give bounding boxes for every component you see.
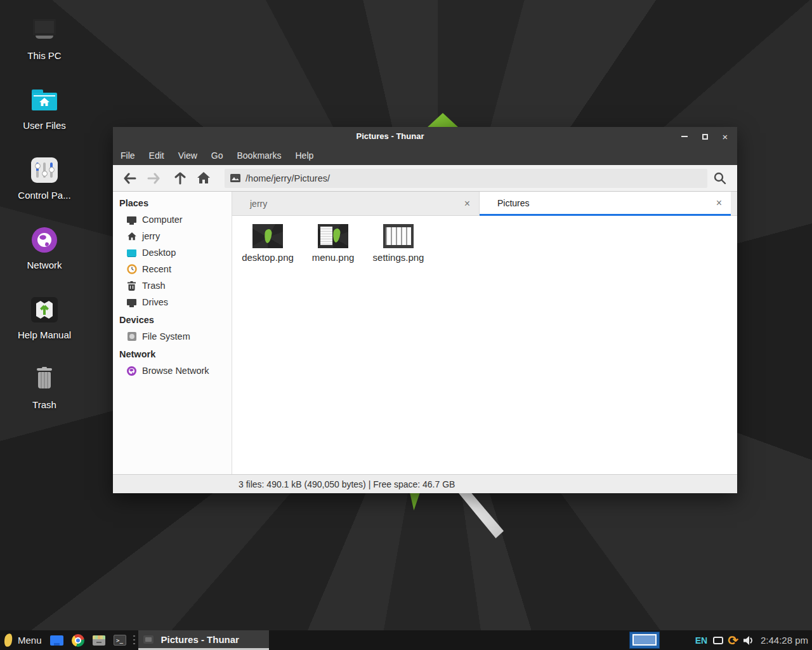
sidebar-header-devices: Devices bbox=[113, 312, 232, 328]
sidebar-item-drives[interactable]: Drives bbox=[113, 294, 232, 310]
desktop-icon-label: Control Pa... bbox=[0, 190, 89, 201]
desktop-icon bbox=[126, 248, 137, 258]
path-text: /home/jerry/Pictures/ bbox=[246, 173, 330, 183]
terminal-icon[interactable]: >_ bbox=[114, 635, 126, 646]
toolbar: /home/jerry/Pictures/ bbox=[113, 165, 737, 192]
this-pc-icon bbox=[30, 18, 58, 43]
menu-button-label: Menu bbox=[18, 635, 42, 646]
desktop-icon-network[interactable]: Network bbox=[0, 227, 89, 270]
view-pane: jerry × Pictures × desktop.png bbox=[232, 192, 737, 474]
display-tray-icon[interactable] bbox=[713, 637, 723, 644]
menu-view[interactable]: View bbox=[171, 146, 204, 165]
map-arrow-icon bbox=[31, 297, 58, 322]
chrome-icon[interactable] bbox=[72, 634, 84, 647]
minimize-button[interactable] bbox=[679, 131, 690, 142]
home-icon bbox=[126, 231, 137, 242]
back-button[interactable] bbox=[118, 168, 142, 189]
up-button[interactable] bbox=[168, 168, 192, 189]
thunar-window: Pictures - Thunar × File Edit View Go Bo… bbox=[113, 127, 737, 493]
desktop-icon-label: Help Manual bbox=[0, 329, 89, 340]
image-thumbnail bbox=[252, 224, 283, 248]
menu-button[interactable]: Menu bbox=[0, 633, 42, 647]
maximize-icon bbox=[702, 134, 708, 140]
close-button[interactable]: × bbox=[719, 131, 731, 142]
menu-help[interactable]: Help bbox=[289, 146, 321, 165]
sidebar-item-trash[interactable]: Trash bbox=[113, 277, 232, 294]
desktop-icon-trash[interactable]: Trash bbox=[0, 367, 89, 410]
sidebar-item-recent[interactable]: Recent bbox=[113, 261, 232, 277]
computer-icon bbox=[126, 215, 137, 225]
updates-icon[interactable]: ⟳ bbox=[728, 634, 738, 647]
menu-bookmarks[interactable]: Bookmarks bbox=[230, 146, 288, 165]
menubar: File Edit View Go Bookmarks Help bbox=[113, 146, 737, 165]
menu-go[interactable]: Go bbox=[204, 146, 230, 165]
thunar-task-icon bbox=[143, 635, 154, 644]
system-tray: EN ⟳ 2:44:28 pm bbox=[695, 634, 808, 647]
sidebar-item-browse-network[interactable]: Browse Network bbox=[113, 362, 232, 379]
image-thumbnail bbox=[318, 224, 348, 248]
sidebar-item-desktop[interactable]: Desktop bbox=[113, 244, 232, 261]
sliders-icon bbox=[31, 157, 58, 183]
file-manager-icon[interactable] bbox=[93, 635, 105, 646]
search-icon bbox=[713, 171, 726, 185]
task-label: Pictures - Thunar bbox=[161, 634, 239, 645]
clock[interactable]: 2:44:28 pm bbox=[761, 635, 808, 646]
folder-home-icon bbox=[30, 88, 58, 113]
tab-jerry[interactable]: jerry × bbox=[232, 192, 480, 216]
maximize-button[interactable] bbox=[699, 131, 710, 142]
image-thumbnail bbox=[383, 224, 414, 248]
sidebar-header-places: Places bbox=[113, 195, 232, 211]
desktop-icon-label: Network bbox=[0, 260, 89, 270]
desktop-icon-this-pc[interactable]: This PC bbox=[0, 18, 89, 61]
forward-icon bbox=[147, 173, 160, 184]
trash-icon bbox=[30, 367, 58, 392]
tab-bar-filler bbox=[731, 192, 737, 216]
desktop-icon-label: User Files bbox=[0, 120, 89, 131]
desktop-icon-label: Trash bbox=[0, 399, 89, 410]
window-title: Pictures - Thunar bbox=[113, 127, 667, 146]
sidebar-item-file-system[interactable]: File System bbox=[113, 328, 232, 345]
file-desktop-png[interactable]: desktop.png bbox=[237, 224, 298, 263]
sidebar-item-computer[interactable]: Computer bbox=[113, 211, 232, 228]
clock-icon bbox=[126, 264, 137, 275]
network-globe-icon bbox=[126, 366, 137, 376]
drives-icon bbox=[126, 297, 137, 308]
close-icon: × bbox=[723, 131, 728, 142]
menu-file[interactable]: File bbox=[114, 146, 142, 165]
workspace-switcher[interactable] bbox=[629, 632, 660, 649]
forward-button[interactable] bbox=[142, 168, 166, 189]
path-bar[interactable]: /home/jerry/Pictures/ bbox=[225, 169, 707, 188]
keyboard-layout-indicator[interactable]: EN bbox=[695, 635, 707, 646]
trash-icon bbox=[126, 281, 137, 291]
sidebar-item-home[interactable]: jerry bbox=[113, 228, 232, 244]
titlebar[interactable]: Pictures - Thunar × bbox=[113, 127, 737, 146]
desktop-icon-help-manual[interactable]: Help Manual bbox=[0, 297, 89, 340]
home-button[interactable] bbox=[192, 168, 216, 189]
minimize-icon bbox=[681, 136, 688, 137]
up-icon bbox=[174, 171, 186, 185]
file-menu-png[interactable]: menu.png bbox=[303, 224, 363, 263]
desktop-icon-user-files[interactable]: User Files bbox=[0, 88, 89, 131]
back-icon bbox=[123, 173, 137, 184]
volume-icon[interactable] bbox=[743, 635, 754, 646]
image-file-icon bbox=[230, 174, 240, 182]
home-icon bbox=[197, 172, 210, 184]
desktop-icon-label: This PC bbox=[0, 50, 89, 61]
workspace-1[interactable] bbox=[632, 634, 657, 646]
distro-logo-icon bbox=[3, 633, 13, 647]
tasklist-handle bbox=[133, 635, 135, 646]
globe-icon bbox=[32, 227, 57, 253]
taskbar-task-thunar[interactable]: Pictures - Thunar bbox=[138, 630, 269, 650]
file-settings-png[interactable]: settings.png bbox=[368, 224, 429, 263]
side-pane: Places Computer jerry Desktop Recent bbox=[113, 192, 232, 474]
sidebar-header-network: Network bbox=[113, 346, 232, 362]
menu-edit[interactable]: Edit bbox=[142, 146, 171, 165]
desktop-icon-control-panel[interactable]: Control Pa... bbox=[0, 157, 89, 201]
status-bar: 3 files: 490.1 kB (490,050 bytes) | Free… bbox=[113, 474, 737, 493]
tab-close-icon[interactable]: × bbox=[716, 198, 722, 208]
launcher-window-icon[interactable] bbox=[50, 635, 63, 646]
tab-pictures[interactable]: Pictures × bbox=[480, 192, 731, 216]
search-button[interactable] bbox=[707, 168, 732, 189]
files-view[interactable]: desktop.png menu.png settings.png bbox=[232, 216, 737, 474]
tab-close-icon[interactable]: × bbox=[464, 199, 470, 209]
